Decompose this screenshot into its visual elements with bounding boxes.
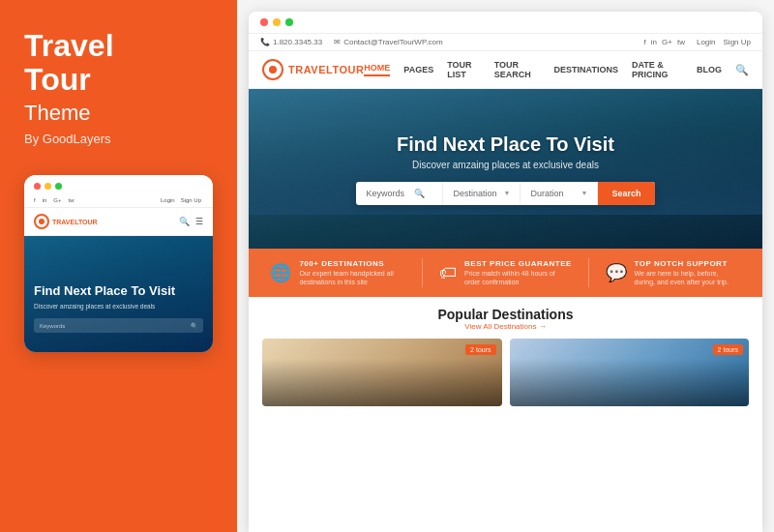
email-address: Contact@TravelTourWP.com bbox=[343, 38, 442, 46]
left-panel: Travel Tour Theme By GoodLayers f in G+ … bbox=[0, 0, 237, 532]
keywords-input[interactable]: Keywords 🔍 bbox=[356, 182, 443, 205]
main-title: Travel Tour bbox=[24, 29, 213, 97]
mobile-dots-bar bbox=[24, 175, 213, 193]
feature-price: 🏷 BEST PRICE GUARANTEE Price match withi… bbox=[439, 259, 572, 286]
social-icons[interactable]: f in G+ tw bbox=[644, 38, 685, 46]
destinations-icon: 🌐 bbox=[270, 262, 291, 283]
search-magnifier-icon: 🔍 bbox=[414, 189, 425, 198]
email-info: ✉ Contact@TravelTourWP.com bbox=[334, 38, 442, 46]
mobile-search-submit-icon[interactable]: 🔍 bbox=[191, 322, 197, 329]
mobile-menu-icon[interactable]: ☰ bbox=[195, 217, 203, 226]
feature-divider-2 bbox=[588, 258, 589, 287]
mobile-login[interactable]: Login bbox=[161, 197, 175, 203]
view-all-link[interactable]: View All Destinations → bbox=[262, 322, 749, 331]
feature-support-text: TOP NOTCH SUPPORT We are here to help, b… bbox=[635, 259, 741, 286]
destination-card-2[interactable]: 2 tours bbox=[510, 339, 750, 406]
mobile-social-tw: tw bbox=[69, 197, 74, 203]
feature-destinations-desc: Our expert team handpicked all destinati… bbox=[299, 269, 405, 286]
desktop-logo-icon bbox=[262, 59, 283, 80]
feature-support: 💬 TOP NOTCH SUPPORT We are here to help,… bbox=[606, 259, 741, 286]
desktop-info-bar: 📞 1.820.3345.33 ✉ Contact@TravelTourWP.c… bbox=[249, 34, 762, 51]
mobile-nav: TRAVELTOUR 🔍 ☰ bbox=[24, 208, 213, 236]
popular-title: Popular Destinations bbox=[262, 307, 749, 322]
social-instagram[interactable]: in bbox=[651, 38, 657, 46]
desktop-nav-links: HOME PAGES TOUR LIST TOUR SEARCH DESTINA… bbox=[364, 60, 749, 79]
price-icon: 🏷 bbox=[439, 263, 457, 283]
nav-blog[interactable]: BLOG bbox=[697, 65, 722, 74]
card-badge-1: 2 tours bbox=[465, 344, 495, 355]
mobile-social-in: in bbox=[43, 197, 47, 203]
feature-destinations-text: 700+ DESTINATIONS Our expert team handpi… bbox=[299, 259, 405, 286]
desktop-logo-text: TRAVELTOUR bbox=[288, 64, 364, 75]
mobile-social-g: G+ bbox=[53, 197, 61, 203]
auth-links[interactable]: Login Sign Up bbox=[697, 38, 751, 46]
subtitle: Theme bbox=[24, 101, 213, 126]
nav-search-icon[interactable]: 🔍 bbox=[735, 64, 749, 76]
nav-date-pricing[interactable]: DATE & PRICING bbox=[632, 60, 683, 79]
destination-placeholder: Destination bbox=[453, 189, 496, 198]
duration-select[interactable]: Duration ▼ bbox=[521, 182, 598, 205]
hero-subtitle: Discover amzaing places at exclusive dea… bbox=[356, 160, 654, 170]
nav-home[interactable]: HOME bbox=[364, 63, 390, 76]
features-strip: 🌐 700+ DESTINATIONS Our expert team hand… bbox=[249, 249, 762, 297]
feature-support-desc: We are here to help, before, during, and… bbox=[635, 269, 741, 286]
mobile-topbar-links: f in G+ tw Login Sign Up bbox=[24, 193, 213, 208]
mobile-social-f: f bbox=[34, 197, 36, 203]
destination-select[interactable]: Destination ▼ bbox=[443, 182, 521, 205]
desktop-dot-yellow bbox=[273, 18, 281, 26]
signup-link[interactable]: Sign Up bbox=[724, 38, 751, 46]
card-badge-2: 2 tours bbox=[713, 344, 743, 355]
mobile-logo-icon bbox=[34, 214, 49, 229]
left-title: Travel Tour Theme By GoodLayers bbox=[24, 29, 213, 146]
social-twitter[interactable]: tw bbox=[677, 38, 685, 46]
mobile-search-placeholder: Keywords bbox=[40, 323, 65, 329]
nav-pages[interactable]: PAGES bbox=[403, 65, 433, 74]
feature-destinations-title: 700+ DESTINATIONS bbox=[299, 259, 405, 268]
destination-arrow-icon: ▼ bbox=[504, 190, 511, 196]
mobile-hero: Find Next Place To Visit Discover amzain… bbox=[24, 236, 213, 352]
popular-header: Popular Destinations View All Destinatio… bbox=[262, 307, 749, 331]
mobile-hero-title: Find Next Place To Visit bbox=[34, 283, 203, 299]
feature-destinations: 🌐 700+ DESTINATIONS Our expert team hand… bbox=[270, 259, 405, 286]
byline: By GoodLayers bbox=[24, 132, 213, 146]
mobile-dot-yellow bbox=[45, 183, 51, 190]
mobile-search-bar[interactable]: Keywords 🔍 bbox=[34, 318, 203, 333]
duration-placeholder: Duration bbox=[530, 189, 563, 198]
destination-card-1[interactable]: 2 tours bbox=[262, 339, 502, 406]
search-button[interactable]: Search bbox=[598, 182, 654, 205]
hero-search-bar[interactable]: Keywords 🔍 Destination ▼ Duration ▼ Sear… bbox=[356, 182, 654, 205]
support-icon: 💬 bbox=[606, 262, 627, 283]
phone-icon: 📞 bbox=[260, 38, 270, 46]
login-link[interactable]: Login bbox=[697, 38, 716, 46]
keywords-placeholder: Keywords bbox=[366, 189, 404, 198]
social-facebook[interactable]: f bbox=[644, 38, 646, 46]
feature-divider-1 bbox=[422, 258, 423, 287]
nav-destinations[interactable]: DESTINATIONS bbox=[554, 65, 618, 74]
hero-content: Find Next Place To Visit Discover amzain… bbox=[337, 133, 673, 205]
mobile-hero-subtitle: Discover amzaing places at exclusive dea… bbox=[34, 302, 203, 310]
nav-tour-search[interactable]: TOUR SEARCH bbox=[494, 60, 541, 79]
hero-title: Find Next Place To Visit bbox=[356, 133, 654, 156]
mobile-signup[interactable]: Sign Up bbox=[181, 197, 201, 203]
desktop-nav: TRAVELTOUR HOME PAGES TOUR LIST TOUR SEA… bbox=[249, 51, 762, 89]
nav-tour-list[interactable]: TOUR LIST bbox=[447, 60, 480, 79]
destination-cards: 2 tours 2 tours bbox=[262, 339, 749, 406]
phone-number: 1.820.3345.33 bbox=[273, 38, 322, 46]
desktop-dot-red bbox=[260, 18, 268, 26]
desktop-dot-green bbox=[285, 18, 293, 26]
desktop-mockup: 📞 1.820.3345.33 ✉ Contact@TravelTourWP.c… bbox=[249, 12, 762, 532]
feature-support-title: TOP NOTCH SUPPORT bbox=[635, 259, 741, 268]
email-icon: ✉ bbox=[334, 38, 341, 46]
social-google[interactable]: G+ bbox=[662, 38, 672, 46]
feature-price-desc: Price match within 48 hours of order con… bbox=[464, 269, 571, 286]
phone-info: 📞 1.820.3345.33 bbox=[260, 38, 322, 46]
mobile-dot-red bbox=[34, 183, 41, 190]
mobile-logo-text: TRAVELTOUR bbox=[52, 219, 98, 225]
mobile-mockup: f in G+ tw Login Sign Up TRAVELTOUR 🔍 ☰ bbox=[24, 175, 213, 352]
mobile-nav-icons[interactable]: 🔍 ☰ bbox=[179, 217, 203, 226]
desktop-logo: TRAVELTOUR bbox=[262, 59, 364, 80]
duration-arrow-icon: ▼ bbox=[581, 190, 588, 196]
desktop-hero: Find Next Place To Visit Discover amzain… bbox=[249, 89, 762, 249]
mobile-search-icon[interactable]: 🔍 bbox=[179, 217, 190, 226]
mobile-logo: TRAVELTOUR bbox=[34, 214, 98, 229]
